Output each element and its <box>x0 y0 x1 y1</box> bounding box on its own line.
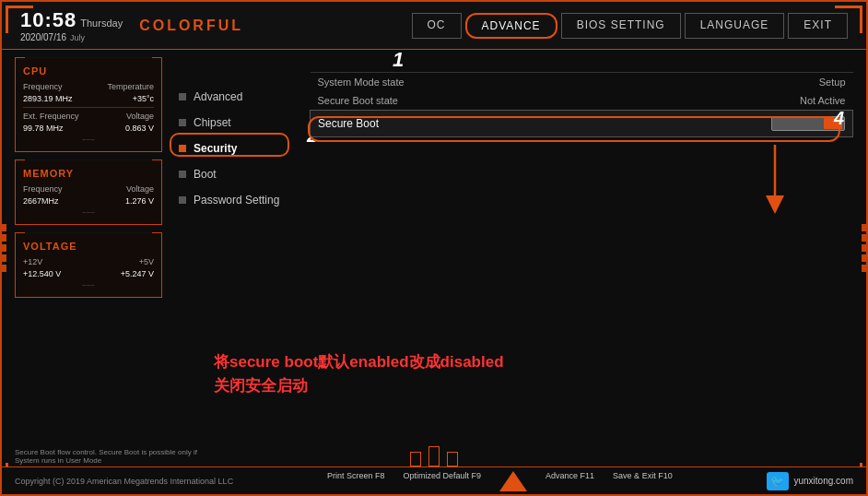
secure-boot-state-row: Secure Boot state Not Active <box>311 91 853 111</box>
tab-oc[interactable]: OC <box>412 13 462 39</box>
twitter-icon: 🐦 <box>767 472 789 490</box>
notch-2 <box>428 446 440 466</box>
mem-volt-label: Voltage <box>126 184 154 194</box>
brand-logo: COLORFUL <box>139 18 243 34</box>
mem-volt-value: 1.276 V <box>125 196 154 206</box>
cpu-title: CPU <box>23 65 154 77</box>
voltage-value: 0.863 V <box>125 124 154 133</box>
menu-item-advanced[interactable]: Advanced <box>171 85 300 109</box>
menu-label-security: Security <box>194 142 237 155</box>
arrow-down-icon <box>752 145 798 221</box>
secure-boot-state-value: Not Active <box>581 91 853 111</box>
bios-footer: Copyright (C) 2019 American Megatrends I… <box>2 466 866 494</box>
menu-dot-advanced <box>179 93 186 100</box>
left-teeth <box>2 224 6 272</box>
mem-freq-label: Frequency <box>23 184 63 194</box>
col-value <box>581 65 853 73</box>
secure-boot-control[interactable] <box>581 111 853 137</box>
menu-dot-security <box>179 145 186 152</box>
menu-label-password: Password Setting <box>194 194 279 207</box>
copyright-text: Copyright (C) 2019 American Megatrends I… <box>15 477 233 486</box>
voltage-title: VOLTAGE <box>23 241 154 252</box>
menu-panel: Advanced Chipset Security Boot Password … <box>171 57 300 459</box>
v5-value: +5.247 V <box>121 269 154 278</box>
notch-1 <box>410 452 421 466</box>
instruction-line-2: 关闭安全启动 <box>214 374 504 398</box>
menu-label-chipset: Chipset <box>194 116 231 129</box>
annotation-4: 4 <box>834 108 844 129</box>
day-display: Thursday <box>80 18 123 29</box>
triangle-logo <box>499 471 527 491</box>
shortcut-f11: Advance F11 <box>545 471 594 491</box>
temp-value: +35°c <box>133 94 154 103</box>
memory-title: MEMORY <box>23 168 154 179</box>
bios-window: 10:58 Thursday 2020/07/16 July COLORFUL … <box>0 0 868 496</box>
instruction-line-1: 将secure boot默认enabled改成disabled <box>214 350 504 374</box>
watermark-site: yunxitong.com <box>794 476 853 486</box>
toggle-control[interactable] <box>589 116 845 131</box>
secure-boot-toggle-row[interactable]: Secure Boot <box>311 111 853 137</box>
voltage-card: VOLTAGE +12V +5V +12.540 V +5.247 V ~~~ <box>15 232 162 298</box>
bios-header: 10:58 Thursday 2020/07/16 July COLORFUL … <box>2 2 866 50</box>
month-display: July <box>70 33 85 42</box>
system-mode-label: System Mode state <box>311 73 582 92</box>
footer-shortcuts: Print Screen F8 Optimized Default F9 Adv… <box>327 471 673 491</box>
v5-label: +5V <box>139 257 154 266</box>
ext-freq-label: Ext. Frequency <box>23 112 79 121</box>
v12-label: +12V <box>23 257 42 266</box>
menu-item-chipset[interactable]: Chipset <box>171 111 300 135</box>
secure-boot-label: Secure Boot <box>311 111 582 137</box>
system-mode-row: System Mode state Setup <box>311 73 853 92</box>
col-setting <box>311 65 582 73</box>
right-panel: 1 System Mode state Setup Secure Boot st… <box>310 57 853 459</box>
freq-label: Frequency <box>23 82 63 91</box>
menu-dot-password <box>179 196 186 204</box>
shortcut-f8: Print Screen F8 <box>327 471 385 491</box>
tab-language[interactable]: LANGUAGE <box>685 13 785 39</box>
ext-freq-value: 99.78 MHz <box>23 124 64 133</box>
v12-value: +12.540 V <box>23 269 61 278</box>
triangle-icon <box>499 471 527 491</box>
menu-item-password[interactable]: Password Setting <box>171 188 300 212</box>
secure-boot-state-label: Secure Boot state <box>311 91 582 111</box>
help-text: Secure Boot flow control. Secure Boot is… <box>15 448 197 465</box>
content-table: System Mode state Setup Secure Boot stat… <box>310 65 853 137</box>
svg-marker-1 <box>766 195 784 214</box>
menu-item-security[interactable]: Security <box>171 136 300 160</box>
shortcut-f9: Optimized Default F9 <box>404 471 482 491</box>
tab-bios-setting[interactable]: BIOS SETTING <box>561 13 681 39</box>
right-teeth <box>862 224 866 272</box>
time-block: 10:58 Thursday 2020/07/16 July <box>20 8 123 42</box>
notch-3 <box>447 452 458 466</box>
date-display: 2020/07/16 <box>20 32 66 42</box>
memory-card: MEMORY Frequency Voltage 2667MHz 1.276 V… <box>15 159 162 225</box>
voltage-label: Voltage <box>126 112 154 121</box>
menu-dot-boot <box>179 171 186 178</box>
mem-freq-value: 2667MHz <box>23 196 59 206</box>
corner-tr <box>835 6 862 33</box>
freq-value: 2893.19 MHz <box>23 94 73 103</box>
bottom-notch <box>410 446 458 466</box>
left-panel: CPU Frequency Temperature 2893.19 MHz +3… <box>15 57 162 459</box>
system-mode-value: Setup <box>581 73 853 92</box>
corner-tl <box>6 6 33 33</box>
watermark: 🐦 yunxitong.com <box>767 472 853 490</box>
shortcut-f10: Save & Exit F10 <box>613 471 673 491</box>
tab-advance[interactable]: ADVANCE <box>465 13 557 39</box>
menu-dot-chipset <box>179 119 186 126</box>
menu-label-boot: Boot <box>194 168 217 181</box>
cpu-card: CPU Frequency Temperature 2893.19 MHz +3… <box>15 57 162 152</box>
nav-tabs: OC ADVANCE BIOS SETTING LANGUAGE EXIT <box>412 13 849 39</box>
temp-label: Temperature <box>107 82 154 91</box>
menu-label-advanced: Advanced <box>194 90 242 103</box>
main-content: CPU Frequency Temperature 2893.19 MHz +3… <box>2 50 866 466</box>
menu-item-boot[interactable]: Boot <box>171 162 300 186</box>
instruction-overlay: 将secure boot默认enabled改成disabled 关闭安全启动 <box>214 350 504 397</box>
annotation-1: 1 <box>393 48 404 72</box>
